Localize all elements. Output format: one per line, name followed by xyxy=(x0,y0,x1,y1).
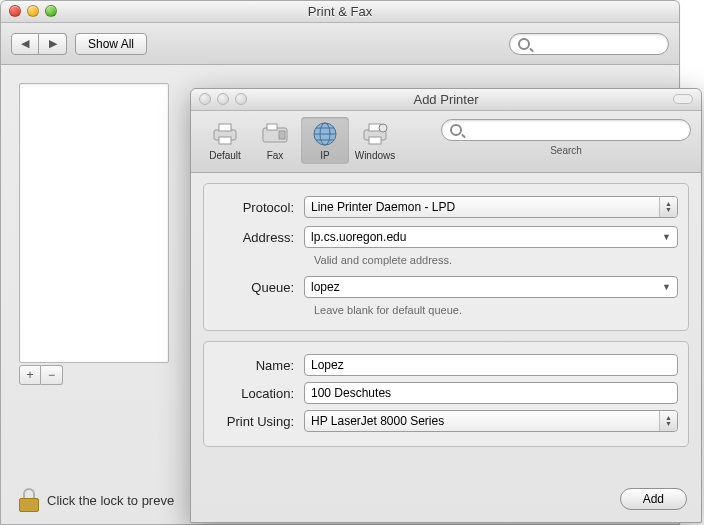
toolbar-items: Default Fax IP Windows xyxy=(201,117,399,164)
location-label: Location: xyxy=(214,386,304,401)
forward-button[interactable]: ▶ xyxy=(39,33,67,55)
search-icon xyxy=(450,124,462,136)
print-using-select[interactable]: HP LaserJet 8000 Series xyxy=(304,410,678,432)
plus-icon: + xyxy=(26,368,33,382)
close-icon[interactable] xyxy=(199,93,211,105)
print-fax-titlebar: Print & Fax xyxy=(1,1,679,23)
add-printer-button[interactable]: + xyxy=(19,365,41,385)
address-combo[interactable]: lp.cs.uoregon.edu ▼ xyxy=(304,226,678,248)
toolbar-item-label: Fax xyxy=(267,150,284,161)
printer-icon xyxy=(210,120,240,148)
print-using-label: Print Using: xyxy=(214,414,304,429)
add-button[interactable]: Add xyxy=(620,488,687,510)
print-fax-title: Print & Fax xyxy=(308,4,372,19)
search-label: Search xyxy=(550,145,582,156)
show-all-label: Show All xyxy=(88,37,134,51)
chevron-down-icon: ▼ xyxy=(662,282,671,292)
address-value: lp.cs.uoregon.edu xyxy=(311,230,406,244)
name-label: Name: xyxy=(214,358,304,373)
svg-rect-13 xyxy=(369,137,381,144)
fax-icon xyxy=(260,120,290,148)
window-controls-inactive xyxy=(199,93,247,105)
name-input[interactable] xyxy=(304,354,678,376)
printer-list[interactable] xyxy=(19,83,169,363)
windows-printer-icon xyxy=(360,120,390,148)
printer-list-buttons: + − xyxy=(19,365,63,385)
minimize-icon[interactable] xyxy=(217,93,229,105)
connection-panel: Protocol: Line Printer Daemon - LPD ▲▼ A… xyxy=(203,183,689,331)
svg-point-14 xyxy=(379,124,387,132)
chevron-left-icon: ◀ xyxy=(21,37,29,50)
add-printer-title: Add Printer xyxy=(413,92,478,107)
address-hint: Valid and complete address. xyxy=(314,254,678,266)
queue-label: Queue: xyxy=(214,280,304,295)
add-printer-toolbar: Default Fax IP Windows xyxy=(191,111,701,173)
chevron-right-icon: ▶ xyxy=(49,37,57,50)
toolbar-item-windows[interactable]: Windows xyxy=(351,117,399,164)
protocol-label: Protocol: xyxy=(214,200,304,215)
search-icon xyxy=(518,38,530,50)
svg-rect-2 xyxy=(219,137,231,144)
minimize-icon[interactable] xyxy=(27,5,39,17)
window-controls xyxy=(9,5,57,17)
queue-combo[interactable]: lopez ▼ xyxy=(304,276,678,298)
add-printer-titlebar: Add Printer xyxy=(191,89,701,111)
location-input[interactable] xyxy=(304,382,678,404)
back-button[interactable]: ◀ xyxy=(11,33,39,55)
prefs-search-field[interactable] xyxy=(509,33,669,55)
protocol-select[interactable]: Line Printer Daemon - LPD xyxy=(304,196,678,218)
toolbar-item-label: IP xyxy=(320,150,329,161)
zoom-icon[interactable] xyxy=(45,5,57,17)
show-all-button[interactable]: Show All xyxy=(75,33,147,55)
lock-text: Click the lock to preve xyxy=(47,493,174,508)
address-label: Address: xyxy=(214,230,304,245)
queue-hint: Leave blank for default queue. xyxy=(314,304,678,316)
toolbar-item-ip[interactable]: IP xyxy=(301,117,349,164)
toolbar-item-label: Default xyxy=(209,150,241,161)
zoom-icon[interactable] xyxy=(235,93,247,105)
lock-icon[interactable] xyxy=(19,488,39,512)
add-printer-window: Add Printer Default Fax IP xyxy=(190,88,702,523)
add-button-label: Add xyxy=(643,492,664,506)
minus-icon: − xyxy=(48,368,55,382)
description-panel: Name: Location: Print Using: HP LaserJet… xyxy=(203,341,689,447)
nav-segment: ◀ ▶ xyxy=(11,33,67,55)
chevron-down-icon: ▼ xyxy=(662,232,671,242)
queue-value: lopez xyxy=(311,280,340,294)
add-printer-search-field[interactable] xyxy=(441,119,691,141)
print-fax-toolbar: ◀ ▶ Show All xyxy=(1,23,679,65)
globe-icon xyxy=(310,120,340,148)
lock-row: Click the lock to preve xyxy=(19,488,174,512)
svg-rect-5 xyxy=(279,131,285,139)
toolbar-item-fax[interactable]: Fax xyxy=(251,117,299,164)
toolbar-toggle-icon[interactable] xyxy=(673,94,693,104)
toolbar-item-default[interactable]: Default xyxy=(201,117,249,164)
close-icon[interactable] xyxy=(9,5,21,17)
toolbar-item-label: Windows xyxy=(355,150,396,161)
svg-rect-4 xyxy=(267,124,277,130)
remove-printer-button[interactable]: − xyxy=(41,365,63,385)
svg-rect-1 xyxy=(219,124,231,131)
